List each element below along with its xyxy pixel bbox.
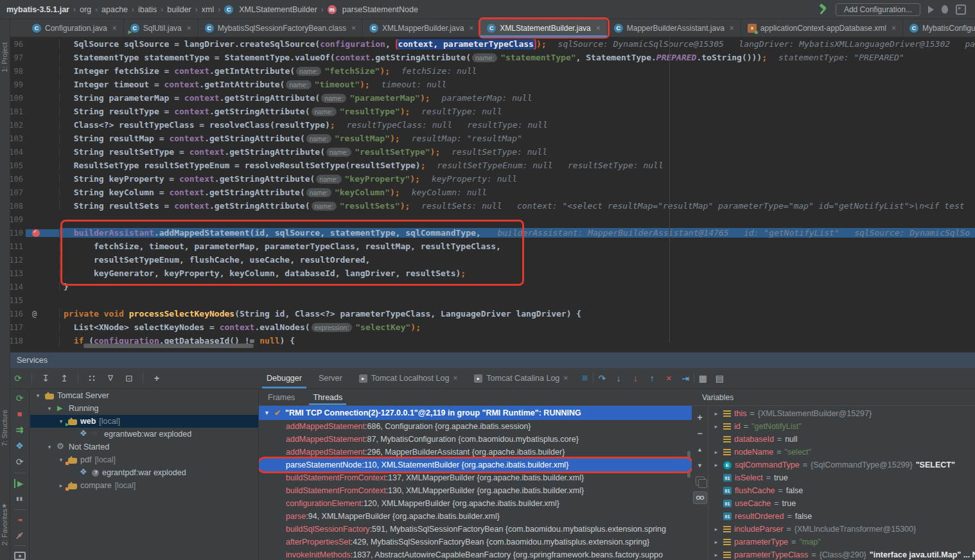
variable-chevron-icon[interactable]: ▸: [712, 539, 720, 545]
minus-icon[interactable]: [695, 428, 705, 439]
step-over-icon[interactable]: [597, 373, 607, 383]
refresh-green-icon[interactable]: [13, 373, 23, 383]
editor-tab[interactable]: CXMLStatementBuilder.java×: [480, 19, 607, 37]
code-line[interactable]: 113 keyGenerator, keyProperty, keyColumn…: [0, 267, 975, 280]
frame-row[interactable]: configurationElement:120, XMLMapperBuild…: [259, 497, 692, 510]
variable-chevron-icon[interactable]: ▸: [712, 449, 720, 455]
tree-chevron-icon[interactable]: ▾: [46, 405, 53, 412]
code-line[interactable]: 108 String resultSets = context.getStrin…: [0, 199, 975, 213]
tab-close-icon[interactable]: ×: [469, 24, 473, 33]
thread-row[interactable]: ▼ ✔ "RMI TCP Connection(2)-127.0.0.1"@2,…: [259, 406, 692, 420]
plus-icon[interactable]: [695, 412, 705, 423]
code-line[interactable]: 101 String resultType = context.getStrin…: [0, 105, 975, 118]
tree-row[interactable]: egrantpdf:war exploded: [30, 466, 258, 479]
expand-all-icon[interactable]: [40, 373, 51, 383]
code-line[interactable]: 99 Integer timeout = context.getIntAttri…: [0, 78, 975, 91]
breadcrumb-item[interactable]: builder: [167, 5, 191, 14]
editor-tab[interactable]: xapplicationContext-appDatabase.xml×: [741, 19, 903, 37]
code-line[interactable]: 115: [0, 293, 975, 307]
force-step-icon[interactable]: [630, 373, 640, 383]
frame-row[interactable]: addMappedStatement:686, Configuration {o…: [259, 420, 692, 433]
code-line[interactable]: 112 resultSetTypeEnum, flushCache, useCa…: [0, 253, 975, 267]
code-line[interactable]: 105 ResultSetType resultSetTypeEnum = re…: [0, 159, 975, 172]
run-icon[interactable]: [928, 6, 934, 13]
frame-row[interactable]: addMappedStatement:296, MapperBuilderAss…: [259, 446, 692, 459]
variable-row[interactable]: 01useCache = true: [708, 497, 975, 510]
down-icon[interactable]: [695, 460, 705, 471]
variable-row[interactable]: ▸id = "getNotifyList": [708, 420, 975, 433]
code-line[interactable]: 103 String resultMap = context.getString…: [0, 132, 975, 145]
code-line[interactable]: 98 Integer fetchSize = context.getIntAtt…: [0, 64, 975, 78]
frame-row[interactable]: parseStatementNode:110, XMLStatementBuil…: [259, 459, 692, 471]
stripe-structure-label[interactable]: 7: Structure: [1, 410, 8, 446]
tab-close-icon[interactable]: ×: [892, 24, 896, 33]
rerun-icon[interactable]: [15, 393, 25, 403]
breadcrumb-item[interactable]: apache: [101, 5, 128, 14]
tab-close-icon[interactable]: ×: [596, 24, 601, 33]
variable-chevron-icon[interactable]: ▸: [712, 462, 720, 468]
variable-row[interactable]: databaseId = null: [708, 433, 975, 446]
variable-row[interactable]: ▸parameterTypeClass = {Class@290} "inter…: [708, 548, 975, 560]
code-line[interactable]: 106 String keyProperty = context.getStri…: [0, 172, 975, 186]
copy-icon[interactable]: [696, 477, 705, 486]
layout-blue-icon[interactable]: [579, 373, 590, 383]
tab-close-icon[interactable]: ×: [563, 374, 568, 383]
evaluate-icon[interactable]: [698, 373, 708, 383]
code-editor[interactable]: 96 SqlSource sqlSource = langDriver.crea…: [0, 37, 975, 352]
tab-close-icon[interactable]: ×: [187, 24, 191, 33]
editor-tab[interactable]: CSqlUtil.java×: [124, 19, 198, 37]
tree-row[interactable]: ▾pdf [local]: [30, 453, 258, 466]
variable-row[interactable]: ▸nodeName = "select": [708, 446, 975, 459]
refresh-icon[interactable]: [15, 457, 25, 467]
breakpoints-icon[interactable]: [15, 515, 25, 524]
override-marker-icon[interactable]: @: [32, 310, 37, 319]
frame-row[interactable]: invokeInitMethods:1837, AbstractAutowire…: [259, 548, 692, 560]
up-icon[interactable]: [695, 444, 705, 455]
tree-chevron-icon[interactable]: ▸: [57, 482, 65, 489]
code-line[interactable]: 100 String parameterMap = context.getStr…: [0, 91, 975, 105]
variable-chevron-icon[interactable]: ▸: [712, 423, 720, 430]
variable-row[interactable]: 01isSelect = true: [708, 471, 975, 484]
tree-chevron-icon[interactable]: ▾: [34, 392, 42, 399]
debugger-tab-tomcat-catalina-log[interactable]: ▸Tomcat Catalina Log×: [466, 368, 576, 389]
drop-frame-icon[interactable]: [663, 373, 674, 383]
tab-frames[interactable]: Frames: [259, 389, 304, 405]
tree-chevron-icon[interactable]: ▾: [57, 457, 65, 463]
editor-horizontal-scrollbar[interactable]: [83, 344, 254, 348]
resume-icon[interactable]: [14, 479, 26, 488]
collapse-all-icon[interactable]: [59, 373, 69, 383]
profiler-icon[interactable]: [956, 4, 966, 15]
tab-close-icon[interactable]: ×: [453, 374, 457, 383]
tree-row[interactable]: ▾Not Started: [30, 441, 258, 453]
code-line[interactable]: 109: [0, 213, 975, 226]
tree-chevron-icon[interactable]: ▾: [46, 444, 53, 450]
code-line[interactable]: 107 String keyColumn = context.getString…: [0, 186, 975, 199]
frame-row[interactable]: afterPropertiesSet:429, MybatisSqlSessio…: [259, 536, 692, 548]
tab-threads[interactable]: Threads: [304, 389, 351, 405]
breadcrumb[interactable]: mybatis-3.5.1.jar›org›apache›ibatis›buil…: [0, 5, 418, 14]
breadcrumb-item[interactable]: ibatis: [138, 5, 157, 14]
tab-close-icon[interactable]: ×: [351, 24, 356, 33]
stop-icon[interactable]: [15, 409, 25, 419]
tree-row[interactable]: ▸compare [local]: [30, 479, 258, 492]
mute-icon[interactable]: [15, 530, 25, 539]
code-line[interactable]: 102 Class<?> resultTypeClass = resolveCl…: [0, 118, 975, 132]
tab-close-icon[interactable]: ×: [112, 24, 117, 33]
tab-close-icon[interactable]: ×: [730, 24, 734, 33]
breadcrumb-item[interactable]: parseStatementNode: [342, 5, 418, 14]
pause-icon[interactable]: [15, 494, 25, 503]
variable-row[interactable]: ▸EsqlCommandType = {SqlCommandType@15299…: [708, 459, 975, 471]
code-line[interactable]: 96 SqlSource sqlSource = langDriver.crea…: [0, 37, 975, 51]
code-line[interactable]: 110 builderAssistant.addMappedStatement(…: [0, 226, 975, 240]
breadcrumb-item[interactable]: xml: [202, 5, 214, 14]
variable-row[interactable]: 01flushCache = false: [708, 484, 975, 497]
preview-icon[interactable]: [124, 373, 134, 383]
debugger-tab-tomcat-localhost-log[interactable]: ▸Tomcat Localhost Log×: [351, 368, 466, 389]
gutter[interactable]: @: [26, 310, 59, 319]
step-out-icon[interactable]: [647, 373, 657, 383]
editor-tab[interactable]: CConfiguration.java×: [26, 19, 124, 37]
variable-chevron-icon[interactable]: ▸: [712, 552, 720, 558]
variable-row[interactable]: ▸includeParser = {XMLIncludeTransformer@…: [708, 523, 975, 536]
gutter[interactable]: [26, 229, 59, 237]
watch-icon[interactable]: [693, 491, 707, 504]
